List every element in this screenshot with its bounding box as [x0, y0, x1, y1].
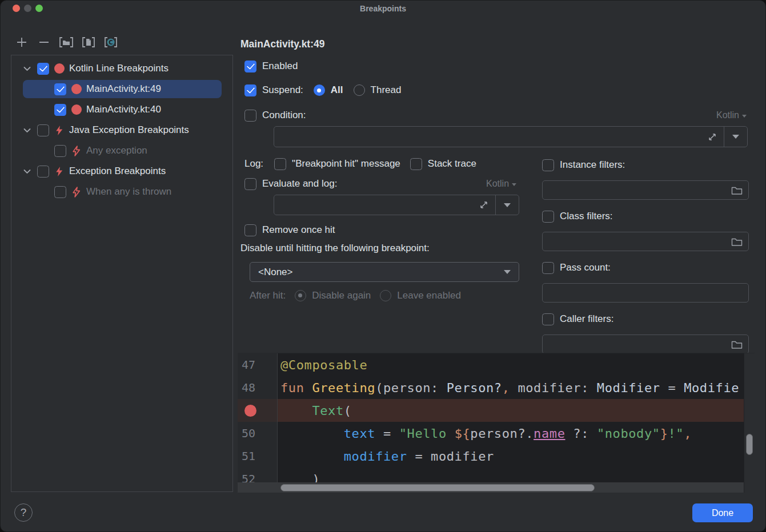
gutter-cell[interactable]: [238, 399, 278, 422]
condition-checkbox[interactable]: [244, 110, 256, 122]
tree-item-checkbox[interactable]: [37, 124, 49, 136]
condition-history-button[interactable]: [724, 127, 747, 147]
pass-count-input[interactable]: [542, 283, 749, 303]
help-icon: ?: [21, 506, 27, 519]
evaluate-language-selector[interactable]: Kotlin: [486, 179, 516, 189]
tree-item-checkbox[interactable]: [37, 63, 49, 75]
disable-until-combobox[interactable]: <None>: [250, 262, 519, 282]
tree-item-mainactivity-kt-40[interactable]: MainActivity.kt:40: [11, 99, 232, 120]
caller-filters-input[interactable]: [542, 334, 749, 354]
suspend-checkbox[interactable]: [244, 84, 256, 96]
tree-item-mainactivity-kt-49[interactable]: MainActivity.kt:49: [11, 79, 232, 99]
expand-editor-button[interactable]: [701, 127, 724, 147]
tree-item-checkbox[interactable]: [54, 186, 66, 198]
chevron-down-icon: [512, 183, 516, 186]
condition-input[interactable]: [274, 126, 748, 147]
tree-item-checkbox[interactable]: [54, 104, 66, 116]
code-text: modifier = modifier: [278, 445, 755, 467]
enabled-checkbox[interactable]: [244, 61, 256, 72]
suspend-all-radio[interactable]: [314, 84, 325, 96]
group-by-class-icon: C: [103, 35, 118, 49]
evaluate-history-button[interactable]: [496, 195, 519, 215]
code-line: 51 modifier = modifier: [238, 445, 755, 467]
tree-item-any-exception[interactable]: Any exception: [11, 140, 232, 161]
tree-item-kotlin-line-breakpoints[interactable]: Kotlin Line Breakpoints: [11, 58, 232, 79]
suspend-thread-radio[interactable]: [354, 84, 365, 96]
pass-count-checkbox[interactable]: [542, 262, 554, 274]
group-by-file-icon: [59, 35, 74, 49]
exception-bolt-outline-icon: [71, 187, 81, 198]
breakpoints-toolbar: C: [14, 35, 118, 50]
instance-filters-input[interactable]: [542, 180, 749, 200]
help-button[interactable]: ?: [14, 503, 33, 522]
breakpoint-dot-icon: [54, 63, 65, 74]
instance-filters-checkbox[interactable]: [542, 159, 554, 171]
add-breakpoint-button[interactable]: [14, 35, 29, 50]
code-token: modifier:: [510, 381, 597, 395]
code-token: Greeting: [312, 381, 375, 395]
tree-item-exception-breakpoints[interactable]: Exception Breakpoints: [11, 161, 232, 182]
folder-icon: [731, 340, 743, 349]
browse-button[interactable]: [731, 186, 743, 195]
evaluate-checkbox[interactable]: [244, 178, 256, 190]
code-token: fun: [280, 381, 312, 395]
log-message-label: "Breakpoint hit" message: [292, 158, 400, 170]
done-button[interactable]: Done: [692, 503, 753, 522]
horizontal-scrollbar-thumb[interactable]: [280, 484, 595, 491]
breakpoint-dot-icon: [71, 104, 82, 115]
after-hit-disable-label: Disable again: [312, 290, 371, 301]
code-token: =: [407, 449, 431, 464]
log-stack-trace-checkbox[interactable]: [410, 158, 422, 170]
log-message-checkbox[interactable]: [274, 158, 286, 170]
code-line: 47@Composable: [238, 353, 755, 376]
horizontal-scrollbar: [238, 482, 744, 493]
class-filters-checkbox[interactable]: [542, 211, 554, 223]
group-by-file-button[interactable]: [59, 35, 74, 50]
vertical-scrollbar: [744, 353, 755, 493]
vertical-scrollbar-thumb[interactable]: [746, 434, 753, 455]
tree-item-checkbox[interactable]: [54, 145, 66, 157]
folder-icon: [731, 237, 743, 247]
breakpoint-dot-icon[interactable]: [244, 405, 256, 417]
tree-item-checkbox[interactable]: [37, 166, 49, 178]
tree-item-checkbox[interactable]: [54, 83, 66, 95]
filter-group-caller-filters: Caller filters:: [542, 312, 749, 354]
caller-filters-checkbox[interactable]: [542, 313, 554, 325]
suspend-label: Suspend:: [262, 84, 303, 96]
browse-button[interactable]: [731, 237, 743, 247]
code-token: name: [534, 426, 565, 441]
tree-item-when-any-is-thrown[interactable]: When any is thrown: [11, 182, 232, 202]
group-by-class-button[interactable]: C: [103, 35, 118, 50]
condition-language-selector[interactable]: Kotlin: [716, 110, 747, 120]
class-filters-input[interactable]: [542, 232, 749, 251]
exception-bolt-icon: [54, 125, 64, 136]
evaluate-input[interactable]: [274, 195, 519, 215]
code-token: "Hello: [399, 426, 455, 441]
after-hit-disable-radio[interactable]: [295, 290, 306, 301]
log-stack-trace-label: Stack trace: [428, 158, 476, 170]
code-text: text = "Hello ${person?.name ?: "nobody"…: [278, 422, 755, 445]
condition-language-label: Kotlin: [716, 110, 739, 120]
tree-item-java-exception-breakpoints[interactable]: Java Exception Breakpoints: [11, 120, 232, 140]
tree-item-label: MainActivity.kt:40: [86, 104, 161, 115]
code-token: Modifier: [597, 381, 660, 395]
expand-icon: [707, 132, 717, 142]
after-hit-leave-radio[interactable]: [380, 290, 391, 301]
remove-icon: [37, 35, 51, 49]
remove-once-hit-checkbox[interactable]: [244, 224, 256, 236]
group-by-package-button[interactable]: [81, 35, 96, 50]
gutter-cell: 51: [238, 445, 278, 467]
tree-expand-chevron[interactable]: [22, 167, 31, 176]
caller-filters-label: Caller filters:: [560, 313, 613, 325]
tree-expand-chevron[interactable]: [22, 64, 31, 73]
expand-editor-button[interactable]: [472, 195, 495, 215]
remove-breakpoint-button[interactable]: [37, 35, 51, 50]
gutter-cell: 48: [238, 376, 278, 399]
title-bar: Breakpoints: [1, 1, 765, 17]
tree-expand-chevron[interactable]: [22, 126, 31, 135]
class-filters-label: Class filters:: [560, 211, 613, 222]
code-line: 48fun Greeting(person: Person?, modifier…: [238, 376, 755, 399]
exception-bolt-outline-icon: [71, 187, 82, 198]
filter-group-class-filters: Class filters:: [542, 209, 749, 251]
browse-button[interactable]: [731, 340, 743, 349]
